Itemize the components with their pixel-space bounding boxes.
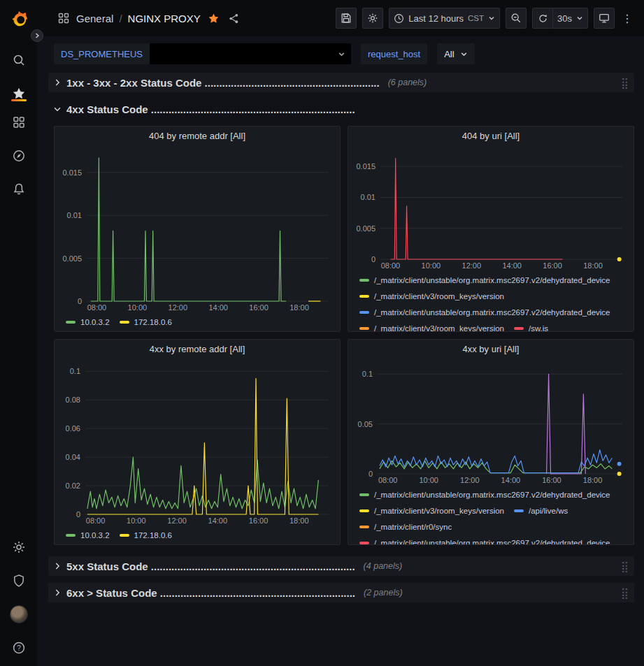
svg-text:0.1: 0.1	[70, 367, 80, 375]
panel-body: 00.0050.010.01508:0010:0012:0014:0016:00…	[55, 146, 340, 331]
sidebar-item-explore[interactable]	[6, 143, 31, 168]
svg-text:12:00: 12:00	[169, 303, 188, 312]
timeseries-chart-404-by-uri[interactable]: 00.0050.010.01508:0010:0012:0014:0016:00…	[352, 146, 629, 270]
row-drag-handle[interactable]: ⣿	[621, 561, 629, 572]
legend-item[interactable]: /_matrix/client/unstable/org.matrix.msc2…	[359, 488, 610, 501]
help-icon: ?	[12, 641, 26, 655]
row-drag-handle[interactable]: ⣿	[621, 78, 629, 88]
share-button[interactable]	[227, 13, 241, 24]
svg-text:0.015: 0.015	[356, 162, 375, 171]
legend-item[interactable]: /_matrix/client/v3/room_keys/version	[359, 289, 504, 303]
legend-series-label: /_matrix/client/v3/room_keys/version	[374, 324, 504, 333]
sidebar-item-alerting[interactable]	[6, 177, 31, 202]
svg-text:18:00: 18:00	[289, 303, 309, 312]
legend-item[interactable]: /_matrix/client/r0/sync	[359, 520, 452, 533]
user-avatar	[10, 605, 28, 623]
legend-series-label: /_matrix/client/v3/room_keys/version	[374, 292, 504, 301]
sidebar-item-dashboards[interactable]	[6, 110, 31, 135]
legend-item[interactable]: /_matrix/client/unstable/org.matrix.msc2…	[359, 305, 610, 319]
row-panel-count: (4 panels)	[364, 561, 403, 571]
topbar: General / NGINX PROXY	[37, 0, 644, 36]
legend-series-swatch	[359, 542, 369, 544]
sidebar-item-profile[interactable]	[6, 602, 31, 627]
kebab-menu-button[interactable]: ⋮	[620, 12, 634, 25]
panel-title[interactable]: 404 by uri [All]	[348, 126, 634, 146]
zoom-out-icon	[510, 13, 522, 24]
legend-item[interactable]: /_matrix/client/unstable/org.matrix.msc2…	[359, 273, 610, 287]
share-icon	[228, 13, 240, 24]
panel-404-by-remote-addr: 404 by remote addr [All] 00.0050.010.015…	[54, 126, 341, 332]
time-range-picker[interactable]: Last 12 hours CST	[389, 8, 500, 29]
panel-title[interactable]: 4xx by uri [All]	[348, 340, 634, 359]
legend-series-swatch	[359, 311, 369, 314]
datasource-select[interactable]	[150, 43, 351, 64]
svg-text:10:00: 10:00	[127, 516, 146, 525]
svg-text:0.08: 0.08	[66, 396, 80, 404]
svg-text:0: 0	[78, 297, 82, 305]
panel-title[interactable]: 404 by remote addr [All]	[55, 126, 340, 146]
legend-item[interactable]: /_matrix/client/unstable/org.matrix.msc2…	[359, 536, 610, 545]
dashboard-settings-button[interactable]	[362, 8, 383, 29]
row-4xx-status-code[interactable]: 4xx Status Code ........................…	[48, 99, 634, 119]
request-host-select[interactable]: All	[437, 43, 474, 64]
legend-series-swatch	[359, 526, 369, 528]
panel-title[interactable]: 4xx by remote addr [All]	[55, 340, 340, 359]
timeseries-chart-4xx-by-remote-addr[interactable]: 00.020.040.060.080.108:0010:0012:0014:00…	[59, 359, 336, 526]
sidebar-item-starred[interactable]	[6, 81, 31, 106]
kiosk-mode-button[interactable]	[594, 8, 615, 29]
svg-text:0.01: 0.01	[67, 211, 82, 219]
grafana-logo[interactable]	[6, 7, 31, 32]
chevron-right-icon	[34, 33, 40, 38]
row-1xx-3xx-2xx-status-code[interactable]: 1xx - 3xx - 2xx Status Code ............…	[48, 73, 634, 92]
bell-icon	[12, 182, 26, 196]
save-dashboard-button[interactable]	[336, 8, 357, 29]
svg-text:16:00: 16:00	[542, 476, 561, 484]
legend-series-swatch	[514, 327, 524, 330]
breadcrumb-general[interactable]: General	[76, 13, 113, 24]
legend-item[interactable]: 172.18.0.6	[120, 528, 172, 542]
timeseries-chart-404-by-remote-addr[interactable]: 00.0050.010.01508:0010:0012:0014:0016:00…	[59, 146, 336, 312]
legend-series-label: /_matrix/client/unstable/org.matrix.msc2…	[374, 308, 610, 317]
datasource-variable: DS_PROMETHEUS	[54, 43, 351, 64]
refresh-interval-dropdown[interactable]: 30s	[553, 8, 588, 29]
legend-item[interactable]: 10.0.3.2	[66, 315, 110, 328]
refresh-button[interactable]	[532, 8, 553, 29]
svg-text:0: 0	[368, 470, 373, 478]
legend-series-swatch	[359, 509, 369, 512]
sidebar-expand-toggle[interactable]	[31, 29, 43, 42]
timeseries-chart-4xx-by-uri[interactable]: 00.050.108:0010:0012:0014:0016:0018:00	[352, 359, 629, 485]
sidebar-item-configuration[interactable]	[6, 535, 31, 560]
sidebar-item-server-admin[interactable]	[6, 568, 31, 593]
row-6xx-status-code[interactable]: 6xx > Status Code ......................…	[48, 583, 634, 602]
gear-icon	[367, 13, 378, 24]
legend-series-swatch	[359, 493, 369, 496]
svg-text:14:00: 14:00	[208, 303, 228, 312]
svg-text:16:00: 16:00	[249, 516, 269, 525]
legend-series-label: /_matrix/client/v3/room_keys/version	[374, 507, 504, 515]
chevron-down-icon	[576, 15, 583, 22]
svg-text:0.01: 0.01	[361, 193, 375, 201]
row-5xx-status-code[interactable]: 5xx Status Code ........................…	[48, 556, 634, 576]
legend-item[interactable]: /sw.js	[514, 321, 548, 332]
legend-item[interactable]: 172.18.0.6	[120, 315, 172, 328]
legend-item[interactable]: /_matrix/client/v3/room_keys/version	[359, 321, 504, 332]
legend-series-swatch	[359, 279, 369, 282]
svg-text:18:00: 18:00	[583, 476, 603, 484]
chevron-right-icon	[52, 78, 62, 87]
svg-text:08:00: 08:00	[86, 516, 106, 525]
svg-text:18:00: 18:00	[583, 261, 603, 270]
svg-text:16:00: 16:00	[249, 303, 269, 312]
sidebar-item-search[interactable]	[6, 48, 31, 73]
svg-text:18:00: 18:00	[289, 516, 309, 525]
legend-item[interactable]: /_matrix/client/v3/room_keys/version	[359, 504, 504, 517]
request-host-variable-label[interactable]: request_host	[361, 43, 427, 64]
legend-item[interactable]: 10.0.3.2	[66, 528, 110, 542]
legend-series-swatch	[120, 534, 129, 537]
legend-series-swatch	[66, 321, 76, 324]
zoom-out-time-button[interactable]	[506, 8, 527, 29]
favorite-star-button[interactable]	[206, 13, 221, 24]
sidebar: ?	[0, 0, 37, 666]
row-drag-handle[interactable]: ⣿	[621, 588, 629, 598]
sidebar-item-help[interactable]: ?	[6, 635, 31, 660]
legend-item[interactable]: /api/live/ws	[514, 504, 568, 517]
